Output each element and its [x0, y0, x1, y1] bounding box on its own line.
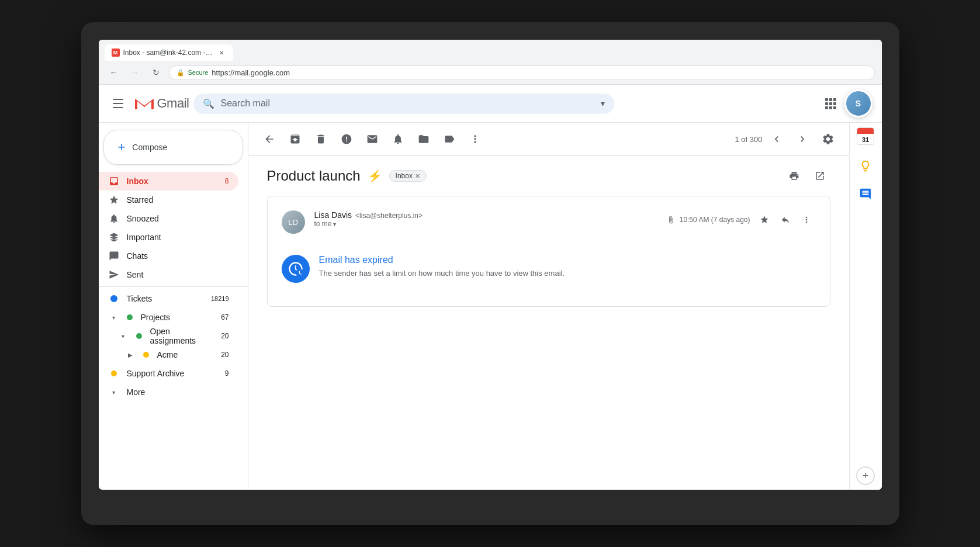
inbox-tag-label: Inbox [396, 172, 413, 180]
label-button[interactable] [438, 127, 461, 151]
more-label: More [127, 387, 229, 397]
search-dropdown-arrow[interactable]: ▾ [601, 99, 605, 108]
calendar-widget-button[interactable]: 31 [857, 127, 874, 145]
pagination-info: 1 of 300 [735, 135, 763, 144]
gmail-wordmark: Gmail [157, 96, 189, 111]
address-text: https://mail.google.com [212, 68, 290, 77]
chats-label: Chats [127, 251, 229, 261]
sidebar-item-sent[interactable]: Sent [99, 265, 238, 284]
tasks-button[interactable] [854, 182, 877, 206]
top-bar-right: S [819, 89, 872, 117]
menu-line [113, 107, 123, 108]
sidebar-item-acme[interactable]: ▶ Acme 20 [99, 345, 238, 364]
sidebar-item-chats[interactable]: Chats [99, 247, 238, 265]
menu-line [113, 99, 123, 100]
apps-grid-icon [825, 98, 836, 109]
report-spam-button[interactable] [335, 127, 358, 151]
important-icon [108, 231, 120, 243]
projects-expand-icon[interactable]: ▾ [108, 311, 120, 323]
gmail-favicon: M [112, 49, 120, 57]
back-nav-button[interactable]: ← [106, 64, 122, 81]
important-label: Important [127, 233, 229, 242]
snooze-button[interactable] [386, 127, 410, 151]
svg-rect-2 [829, 98, 832, 101]
sender-avatar: LD [282, 210, 305, 234]
support-archive-dot [108, 368, 120, 379]
chat-icon [108, 250, 120, 262]
projects-label: Projects [141, 313, 214, 322]
open-assignments-badge: 20 [221, 332, 228, 340]
sidebar-item-starred[interactable]: Starred [99, 191, 238, 209]
active-browser-tab[interactable]: M Inbox - sam@ink-42.com - G... ✕ [105, 44, 233, 61]
svg-rect-9 [833, 106, 836, 109]
sidebar-item-important[interactable]: Important [99, 228, 238, 247]
sidebar-item-more[interactable]: ▾ More [99, 383, 238, 401]
message-more-button[interactable] [797, 210, 816, 229]
print-button[interactable] [784, 165, 805, 186]
snooze-icon [108, 213, 120, 224]
expired-description: The sender has set a limit on how much t… [319, 269, 565, 278]
send-icon [108, 269, 120, 281]
sender-name: Lisa Davis [314, 210, 352, 220]
open-in-new-button[interactable] [809, 165, 830, 186]
keep-button[interactable] [854, 154, 877, 178]
archive-button[interactable] [283, 127, 307, 151]
tag-remove-button[interactable]: ✕ [415, 172, 420, 180]
inactive-browser-tab[interactable] [234, 54, 340, 61]
compose-button[interactable]: + Compose [103, 130, 243, 165]
star-message-button[interactable] [755, 210, 774, 229]
star-icon [108, 194, 120, 206]
acme-expand-icon[interactable]: ▶ [124, 349, 136, 361]
email-message-card: LD Lisa Davis <lisa@shelterplus.in> [267, 196, 830, 307]
sidebar-item-support-archive[interactable]: Support Archive 9 [99, 364, 238, 383]
acme-label: Acme [157, 350, 214, 359]
message-actions [755, 210, 816, 229]
tickets-label: Tickets [127, 294, 204, 303]
email-toolbar: 1 of 300 [248, 123, 849, 156]
more-options-button[interactable] [463, 127, 487, 151]
user-avatar[interactable]: S [844, 89, 872, 117]
add-panel-button[interactable]: + [856, 466, 875, 485]
to-me-label[interactable]: to me ▾ [314, 220, 657, 228]
compose-plus-icon: + [118, 140, 126, 155]
secure-label: Secure [188, 69, 209, 76]
back-to-inbox-button[interactable] [258, 127, 281, 151]
search-input[interactable]: Search mail [220, 98, 595, 109]
settings-button[interactable] [816, 127, 840, 151]
more-expand-icon[interactable]: ▾ [108, 386, 120, 398]
sidebar-item-projects[interactable]: ▾ Projects 67 [99, 308, 238, 327]
email-subject: Product launch [267, 168, 361, 184]
compose-label: Compose [132, 143, 167, 152]
search-icon: 🔍 [203, 98, 214, 109]
sender-initials: LD [288, 218, 298, 227]
sidebar-item-inbox[interactable]: Inbox 8 [99, 172, 238, 191]
sidebar-divider [99, 286, 248, 287]
expired-text-block: Email has expired The sender has set a l… [319, 255, 565, 278]
menu-button[interactable] [108, 92, 131, 115]
user-avatar-label: S [856, 99, 861, 108]
acme-badge: 20 [221, 351, 228, 359]
apps-menu-button[interactable] [819, 92, 842, 115]
next-email-button[interactable] [791, 127, 814, 151]
reply-button[interactable] [776, 210, 795, 229]
right-panel: 31 + [849, 123, 882, 490]
mark-unread-button[interactable] [361, 127, 384, 151]
sidebar: + Compose Inbox 8 [99, 123, 248, 490]
open-assignments-expand-icon[interactable]: ▾ [117, 330, 129, 342]
sidebar-item-open-assignments[interactable]: ▾ Open assignments 20 [99, 327, 238, 345]
forward-nav-button[interactable]: → [127, 64, 143, 81]
sidebar-item-snoozed[interactable]: Snoozed [99, 209, 238, 228]
tab-close-button[interactable]: ✕ [217, 48, 226, 57]
email-subject-row: Product launch ⚡ Inbox ✕ [267, 165, 830, 186]
support-archive-badge: 9 [225, 369, 229, 378]
inbox-badge: 8 [225, 177, 229, 185]
prev-email-button[interactable] [765, 127, 788, 151]
refresh-button[interactable]: ↻ [148, 64, 164, 81]
search-bar[interactable]: 🔍 Search mail ▾ [193, 94, 614, 114]
address-bar[interactable]: 🔒 Secure https://mail.google.com [169, 65, 875, 80]
delete-button[interactable] [309, 127, 333, 151]
sidebar-item-tickets[interactable]: Tickets 18219 [99, 289, 238, 308]
projects-badge: 67 [221, 313, 228, 321]
email-message-header: LD Lisa Davis <lisa@shelterplus.in> [282, 210, 816, 234]
move-to-button[interactable] [412, 127, 435, 151]
